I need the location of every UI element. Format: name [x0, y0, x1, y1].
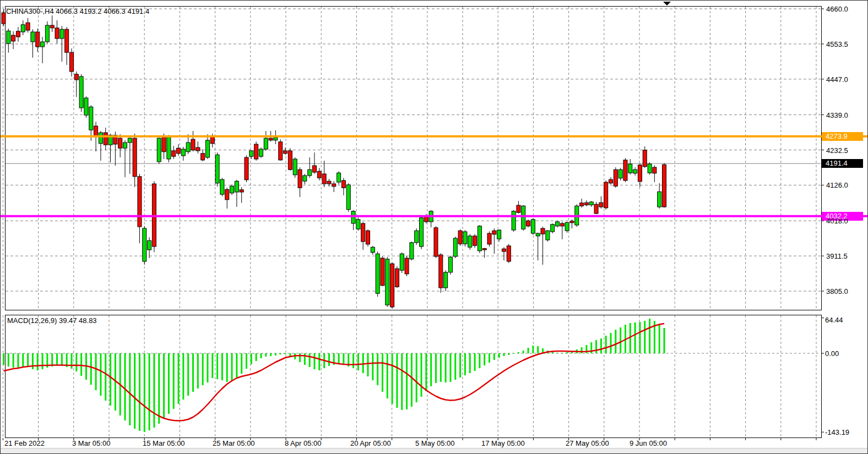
candle	[279, 142, 283, 160]
macd-histogram-bar	[100, 353, 101, 396]
candle	[186, 143, 190, 152]
macd-histogram-bar	[367, 353, 369, 376]
macd-indicator-label: MACD(12,26,9) 39.47 48.83	[7, 316, 97, 325]
macd-histogram-bar	[168, 353, 170, 414]
candle	[60, 29, 64, 39]
candle	[235, 181, 238, 192]
date-label: 20 Apr 05:00	[350, 439, 391, 447]
macd-histogram-bar	[401, 353, 403, 410]
macd-histogram-bar	[134, 353, 135, 429]
macd-histogram-bar	[241, 353, 242, 374]
candle	[298, 169, 302, 188]
macd-histogram-bar	[231, 353, 233, 381]
candle	[143, 228, 147, 261]
candle	[230, 186, 234, 193]
candle	[546, 231, 550, 240]
macd-histogram-bar	[387, 353, 388, 398]
macd-histogram-bar	[556, 353, 558, 353]
macd-histogram-bar	[70, 353, 72, 369]
macd-histogram-bar	[285, 353, 286, 354]
candle	[356, 220, 360, 229]
candle	[658, 192, 661, 207]
candle	[162, 137, 166, 152]
candle	[371, 247, 375, 253]
macd-tick-label: 0.00	[825, 349, 839, 358]
macd-histogram-bar	[280, 353, 281, 354]
price-tick-label: 4232.5	[826, 146, 848, 154]
price-tick-label: 4553.5	[826, 40, 848, 48]
macd-histogram-bar	[144, 353, 145, 432]
candle	[138, 177, 142, 227]
macd-histogram-bar	[639, 322, 641, 353]
candle	[240, 190, 243, 192]
price-tick-label: 4660.0	[826, 5, 848, 13]
main-panel-frame	[6, 7, 822, 310]
candle	[594, 204, 598, 214]
candle	[420, 218, 424, 247]
candle	[366, 231, 370, 244]
candle	[284, 151, 287, 154]
macd-histogram-bar	[411, 353, 413, 407]
macd-histogram-bar	[479, 353, 480, 368]
chart-canvas[interactable]	[1, 1, 868, 454]
macd-histogram-bar	[124, 353, 126, 420]
macd-histogram-bar	[498, 353, 500, 358]
candle	[167, 137, 171, 159]
macd-histogram-bar	[192, 353, 194, 392]
macd-histogram-bar	[226, 353, 228, 382]
trading-chart-window: CHINA300-,H4 4066.3 4193.2 4066.3 4191.4…	[0, 0, 868, 454]
macd-histogram-bar	[454, 353, 456, 380]
macd-histogram-bar	[615, 330, 616, 353]
candle	[157, 138, 161, 162]
candle	[517, 205, 520, 212]
candle	[89, 107, 93, 130]
candle	[604, 182, 608, 208]
macd-histogram-bar	[95, 353, 97, 390]
candle	[269, 138, 273, 140]
macd-histogram-bar	[649, 319, 650, 353]
macd-histogram-bar	[338, 353, 340, 364]
macd-histogram-bar	[256, 353, 257, 361]
candle	[332, 184, 336, 187]
candle	[609, 179, 613, 183]
macd-histogram-bar	[421, 353, 422, 397]
candle	[118, 138, 122, 148]
candle	[245, 157, 248, 180]
candle	[312, 166, 316, 172]
macd-histogram-bar	[158, 353, 160, 424]
candle	[638, 165, 642, 182]
macd-histogram-bar	[304, 353, 306, 365]
candle	[50, 25, 54, 28]
candle	[458, 231, 462, 244]
candle	[614, 169, 617, 186]
macd-histogram-bar	[644, 321, 645, 353]
candle	[346, 185, 350, 210]
candle	[653, 167, 657, 173]
macd-histogram-bar	[357, 353, 359, 370]
candle	[210, 137, 214, 144]
date-label: 9 Jun 05:00	[630, 439, 667, 447]
candle	[570, 221, 574, 223]
macd-tick-label: 64.44	[825, 316, 843, 324]
candle	[16, 31, 20, 37]
macd-histogram-bar	[17, 353, 19, 369]
macd-histogram-bar	[630, 323, 631, 353]
macd-histogram-bar	[328, 353, 330, 366]
candle	[254, 144, 258, 159]
candle	[415, 231, 419, 243]
macd-panel-frame	[6, 315, 822, 438]
candle	[177, 148, 181, 154]
candle	[507, 246, 511, 261]
macd-histogram-bar	[56, 353, 58, 365]
macd-histogram-bar	[469, 353, 471, 373]
macd-histogram-bar	[392, 353, 393, 404]
candle	[589, 202, 593, 205]
macd-histogram-bar	[207, 353, 208, 382]
candle	[264, 138, 268, 149]
macd-histogram-bar	[313, 353, 315, 369]
candle	[99, 133, 102, 144]
macd-histogram-bar	[406, 353, 408, 409]
macd-signal-line	[4, 324, 665, 421]
candle	[79, 76, 83, 108]
macd-histogram-bar	[173, 353, 175, 409]
